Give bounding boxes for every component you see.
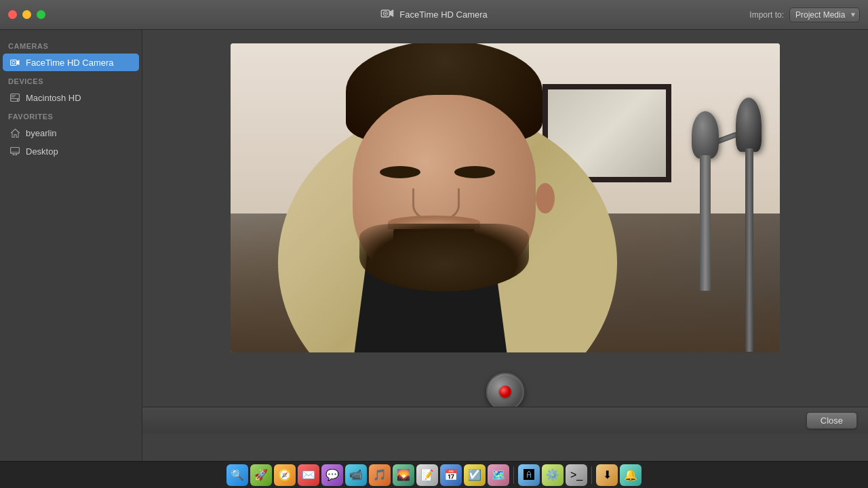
dock-bar: 🔍 🚀 🧭 ✉️ 💬 📹 🎵 🌄 📝 📅 ☑️ 🗺️ 🅰 ⚙️ >_ ⬇ 🔔 — [0, 461, 868, 488]
dock-facetime-icon[interactable]: 📹 — [345, 464, 367, 486]
dock-reminders-icon[interactable]: ☑️ — [464, 464, 486, 486]
video-frame — [231, 43, 780, 352]
dock-finder-icon[interactable]: 🔍 — [226, 464, 248, 486]
dock-appstore-icon[interactable]: 🅰 — [518, 464, 540, 486]
dock-calendar-icon[interactable]: 📅 — [440, 464, 462, 486]
import-dropdown-wrapper: Project Media ▼ — [789, 7, 860, 22]
dock-terminal-icon[interactable]: >_ — [566, 464, 587, 486]
app-window: FaceTime HD Camera Import to: Project Me… — [0, 0, 868, 488]
import-destination-dropdown[interactable]: Project Media — [789, 7, 860, 22]
dock-separator-2 — [591, 466, 592, 484]
svg-marker-3 — [389, 9, 393, 17]
svg-marker-12 — [11, 129, 19, 137]
facetime-camera-label: FaceTime HD Camera — [26, 58, 114, 68]
main-and-bottom: CAMERAS FaceTime HD Camera DEVICES — [0, 30, 868, 461]
video-preview — [231, 43, 780, 352]
camera-icon — [380, 8, 394, 22]
dock-separator — [513, 466, 514, 484]
dock-notes-icon[interactable]: 📝 — [416, 464, 438, 486]
dock-music-icon[interactable]: 🎵 — [369, 464, 391, 486]
byearlin-label: byearlin — [26, 128, 57, 138]
record-area — [486, 373, 524, 411]
sidebar-item-macintosh-hd[interactable]: Macintosh HD — [3, 89, 139, 106]
mic2-body — [745, 148, 753, 352]
dock-notification-icon[interactable]: 🔔 — [620, 464, 642, 486]
record-button[interactable] — [486, 373, 524, 411]
svg-rect-13 — [11, 148, 20, 154]
microphone-stand — [685, 111, 726, 348]
devices-section-label: DEVICES — [0, 72, 142, 88]
maximize-window-button[interactable] — [37, 10, 45, 19]
close-window-button[interactable] — [8, 10, 17, 19]
ear-right — [536, 183, 555, 214]
main-content-row: CAMERAS FaceTime HD Camera DEVICES — [0, 30, 868, 461]
favorites-section-label: FAVORITES — [0, 107, 142, 123]
harddrive-icon — [9, 92, 20, 103]
dock-safari-icon[interactable]: 🧭 — [274, 464, 296, 486]
mic-body — [700, 155, 711, 291]
sidebar-item-desktop[interactable]: Desktop — [3, 142, 139, 160]
desktop-icon — [9, 146, 20, 157]
dock-launchpad-icon[interactable]: 🚀 — [250, 464, 272, 486]
svg-marker-6 — [17, 60, 20, 65]
content-area: Close — [142, 30, 868, 461]
import-controls: Import to: Project Media ▼ — [749, 7, 860, 22]
camera-small-icon — [9, 57, 20, 68]
import-label: Import to: — [749, 10, 784, 20]
sidebar: CAMERAS FaceTime HD Camera DEVICES — [0, 30, 142, 461]
dock-messages-icon[interactable]: 💬 — [321, 464, 343, 486]
dock-maps-icon[interactable]: 🗺️ — [488, 464, 509, 486]
window-controls — [8, 10, 45, 19]
svg-point-5 — [12, 61, 15, 64]
svg-point-2 — [384, 12, 386, 14]
cameras-section-label: CAMERAS — [0, 37, 142, 53]
title-bar: FaceTime HD Camera Import to: Project Me… — [0, 0, 868, 30]
bottom-close-bar: Close — [142, 407, 868, 434]
desktop-label: Desktop — [26, 146, 58, 157]
dock-downloads-icon[interactable]: ⬇ — [596, 464, 618, 486]
sidebar-item-byearlin[interactable]: byearlin — [3, 124, 139, 142]
dock-photos-icon[interactable]: 🌄 — [393, 464, 414, 486]
camera-title-text: FaceTime HD Camera — [399, 9, 488, 20]
dock-mail-icon[interactable]: ✉️ — [298, 464, 319, 486]
mic-head — [692, 111, 719, 159]
beard — [359, 224, 529, 291]
close-button[interactable]: Close — [806, 412, 857, 429]
eye-left — [380, 166, 420, 178]
person — [258, 43, 651, 352]
svg-point-9 — [17, 99, 18, 100]
mic2-head — [736, 98, 762, 152]
eye-right — [454, 166, 495, 178]
minimize-window-button[interactable] — [22, 10, 31, 19]
head — [339, 43, 549, 285]
house-icon — [9, 127, 20, 138]
dock-systemprefs-icon[interactable]: ⚙️ — [542, 464, 564, 486]
svg-rect-4 — [11, 60, 17, 65]
title-bar-center: FaceTime HD Camera — [380, 8, 488, 22]
sidebar-item-facetime-hd[interactable]: FaceTime HD Camera — [3, 54, 139, 71]
second-microphone-stand — [732, 98, 766, 352]
macintosh-hd-label: Macintosh HD — [26, 93, 81, 103]
